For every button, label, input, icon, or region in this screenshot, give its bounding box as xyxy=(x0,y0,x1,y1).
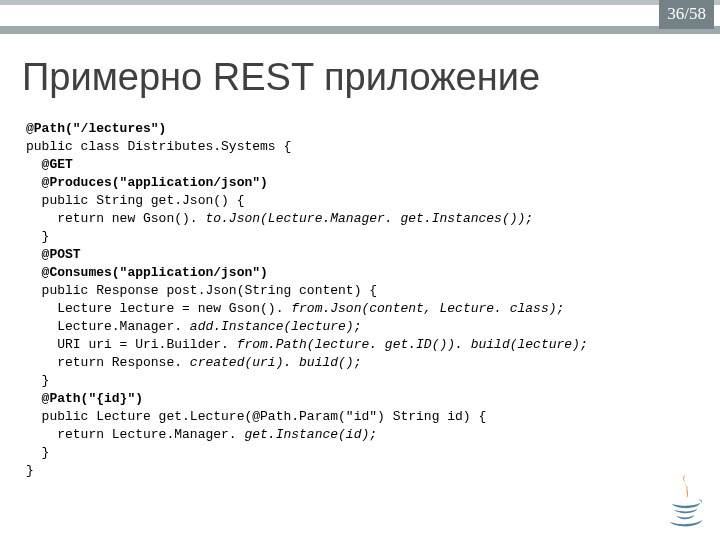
code-line: @Consumes("application/json") xyxy=(26,265,268,280)
code-line: public class Distributes.Systems { xyxy=(26,139,291,154)
code-line: } xyxy=(26,445,49,460)
slide: 36/58 Примерно REST приложение @Path("/l… xyxy=(0,0,720,540)
slide-title: Примерно REST приложение xyxy=(22,56,540,99)
code-block: @Path("/lectures") public class Distribu… xyxy=(26,120,660,480)
code-italic: to.Json(Lecture.Manager. get.Instances()… xyxy=(205,211,533,226)
code-line: @POST xyxy=(26,247,81,262)
code-line: @Path("{id}") xyxy=(26,391,143,406)
page-number: 36/58 xyxy=(659,0,714,29)
code-italic: from.Path(lecture. get.ID()). build(lect… xyxy=(237,337,588,352)
code-line: @Path("/lectures") xyxy=(26,121,166,136)
code-line: Lecture lecture = new Gson(). xyxy=(26,301,291,316)
top-bar: 36/58 xyxy=(0,0,720,34)
code-line: @GET xyxy=(26,157,73,172)
code-line: return new Gson(). xyxy=(26,211,205,226)
code-line: return Lecture.Manager. xyxy=(26,427,244,442)
code-line: return Response. xyxy=(26,355,190,370)
code-line: } xyxy=(26,229,49,244)
code-line: URI uri = Uri.Builder. xyxy=(26,337,237,352)
code-line: public Response post.Json(String content… xyxy=(26,283,377,298)
code-italic: add.Instance(lecture); xyxy=(190,319,362,334)
code-line: @Produces("application/json") xyxy=(26,175,268,190)
divider-thick xyxy=(0,26,720,34)
java-logo-icon xyxy=(664,472,706,530)
code-line: Lecture.Manager. xyxy=(26,319,190,334)
code-line: public String get.Json() { xyxy=(26,193,244,208)
code-line: } xyxy=(26,463,34,478)
code-line: } xyxy=(26,373,49,388)
code-line: public Lecture get.Lecture(@Path.Param("… xyxy=(26,409,486,424)
code-italic: created(uri). build(); xyxy=(190,355,362,370)
divider-thin xyxy=(0,0,720,5)
code-italic: from.Json(content, Lecture. class); xyxy=(291,301,564,316)
code-italic: get.Instance(id); xyxy=(244,427,377,442)
